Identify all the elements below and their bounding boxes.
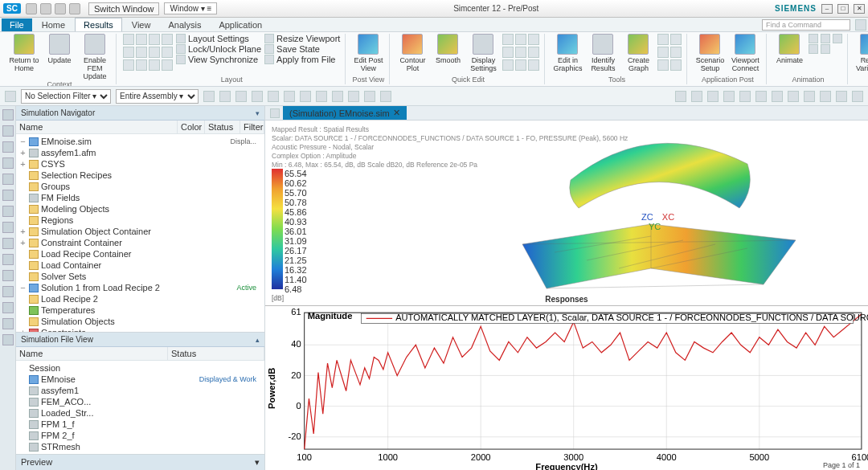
close-button[interactable]: ✕ <box>854 4 865 14</box>
rail-icon[interactable] <box>2 174 14 185</box>
tree-node[interactable]: Simulation Objects <box>16 316 264 327</box>
home-icon[interactable] <box>270 108 280 118</box>
qat-icon[interactable] <box>55 3 66 14</box>
file-node[interactable]: assyfem1 <box>16 385 264 396</box>
tree-node[interactable]: Regions <box>16 215 264 226</box>
rail-icon[interactable] <box>2 141 14 153</box>
assembly-dropdown[interactable]: Entire Assembly ▾ <box>116 89 199 104</box>
file-node[interactable]: FPM 2_f <box>16 430 264 441</box>
preview-bar[interactable]: Preview▾ <box>16 454 264 470</box>
tab-results[interactable]: Results <box>75 18 122 31</box>
tree-node[interactable]: Groups <box>16 181 264 192</box>
tree-node[interactable]: +Constraint Container <box>16 237 264 248</box>
file-node[interactable]: STRmesh <box>16 441 264 452</box>
rail-icon[interactable] <box>2 125 14 137</box>
rail-icon[interactable] <box>2 286 14 297</box>
lock-plane-button[interactable]: Lock/Unlock Plane <box>176 44 261 54</box>
tree-node[interactable]: +CSYS <box>16 158 264 170</box>
tree-node[interactable]: FM Fields <box>16 192 264 203</box>
file-node[interactable]: FPM 1_f <box>16 419 264 430</box>
svg-text:Power,dB: Power,dB <box>267 368 276 409</box>
menu-icon[interactable] <box>5 91 16 102</box>
return-home-button[interactable]: Return to Home <box>8 34 40 72</box>
ribbon: Return to Home Update Enable FEM Update … <box>0 32 868 87</box>
qat-icon[interactable] <box>26 3 37 14</box>
rail-icon[interactable] <box>2 302 14 313</box>
tree-node[interactable]: Selection Recipes <box>16 170 264 181</box>
command-search[interactable]: Find a Command <box>762 19 850 31</box>
selection-filter-dropdown[interactable]: No Selection Filter ▾ <box>21 89 111 104</box>
rail-icon[interactable] <box>2 334 14 345</box>
content-area: (Simulation) EMnoise.sim✕ Mapped Result … <box>265 106 868 470</box>
svg-text:AUTOMATICALLY MATCHED LAYER(1): AUTOMATICALLY MATCHED LAYER(1), Scalar, … <box>395 313 868 322</box>
app-title: Simcenter 12 - Pre/Post <box>217 4 775 13</box>
svg-text:1000: 1000 <box>378 452 398 462</box>
file-node[interactable]: EMnoiseDisplayed & Work <box>16 374 264 385</box>
search-icon[interactable] <box>855 19 866 31</box>
contour-plot-button[interactable]: Contour Plot <box>396 34 428 72</box>
page-indicator: Page 1 of 1 <box>823 461 860 469</box>
view-sync-button[interactable]: View Synchronize <box>176 55 261 64</box>
edit-graphics-button[interactable]: Edit in Graphics <box>551 34 583 72</box>
rail-icon[interactable] <box>2 109 14 121</box>
tab-home[interactable]: Home <box>34 18 73 31</box>
tree-root[interactable]: −EMnoise.simDispla... <box>16 136 264 147</box>
switch-window-button[interactable]: Switch Window <box>88 2 160 15</box>
edit-post-view-button[interactable]: Edit Post View <box>352 34 384 72</box>
rail-icon[interactable] <box>2 206 14 217</box>
tab-file[interactable]: File <box>2 18 32 31</box>
tab-application[interactable]: Application <box>211 18 270 31</box>
maximize-button[interactable]: □ <box>837 4 849 14</box>
layout-grid[interactable] <box>123 34 173 71</box>
qat-icon[interactable] <box>69 3 80 14</box>
nav-header: Name Color Status Filter <box>16 121 264 134</box>
file-view-titlebar[interactable]: Simulation File View▴ <box>16 333 264 347</box>
rail-icon[interactable] <box>2 190 14 201</box>
viewport-connect-button[interactable]: Viewport Connect <box>729 34 761 72</box>
scenario-setup-button[interactable]: Scenario Setup <box>694 34 726 72</box>
tab-view[interactable]: View <box>124 18 159 31</box>
tree-node[interactable]: Modeling Objects <box>16 203 264 215</box>
tree-node[interactable]: Load Container <box>16 260 264 271</box>
tree-node[interactable]: −Solution 1 from Load Recipe 2Active <box>16 282 264 293</box>
tree-node[interactable]: +assyfem1.afm <box>16 147 264 158</box>
rail-icon[interactable] <box>2 238 14 249</box>
sim-navigator-titlebar[interactable]: Simulation Navigator▾ <box>16 106 264 121</box>
qat-icon[interactable] <box>40 3 51 14</box>
tree-node[interactable]: Temperatures <box>16 304 264 316</box>
tab-analysis[interactable]: Analysis <box>160 18 209 31</box>
save-state-button[interactable]: Save State <box>264 44 340 54</box>
rail-icon[interactable] <box>2 222 14 233</box>
minimize-button[interactable]: – <box>821 4 833 14</box>
close-tab-icon: ✕ <box>393 108 400 118</box>
color-legend: 65.5460.6255.7050.7845.8640.9336.0131.09… <box>272 169 307 289</box>
layout-settings-button[interactable]: Layout Settings <box>176 34 261 43</box>
tree-node[interactable]: Load Recipe 2 <box>16 293 264 304</box>
tree-node[interactable]: Solver Sets <box>16 271 264 282</box>
document-tab[interactable]: (Simulation) EMnoise.sim✕ <box>283 106 407 120</box>
window-dropdown[interactable]: Window ▾ ≡ <box>164 2 217 14</box>
tree-node[interactable]: +Simulation Object Container <box>16 226 264 237</box>
brand-logo: SIEMENS <box>775 4 817 13</box>
file-node[interactable]: FEM_ACO... <box>16 396 264 407</box>
rail-icon[interactable] <box>2 270 14 281</box>
svg-text:4000: 4000 <box>657 452 677 462</box>
smooth-button[interactable]: Smooth <box>432 34 464 64</box>
quickedit-grid[interactable] <box>502 34 539 71</box>
create-graph-button[interactable]: Create Graph <box>622 34 654 72</box>
rail-icon[interactable] <box>2 254 14 265</box>
identify-results-button[interactable]: Identify Results <box>587 34 619 72</box>
tree-node[interactable]: Load Recipe Container <box>16 248 264 260</box>
animate-button[interactable]: Animate <box>773 34 805 64</box>
resize-viewport-button[interactable]: Resize Viewport <box>264 34 340 43</box>
result-viewport[interactable]: Mapped Result : Spatial ResultsScalar: D… <box>265 121 868 305</box>
simulation-tree[interactable]: −EMnoise.simDispla... +assyfem1.afm+CSYS… <box>16 134 264 332</box>
xy-chart[interactable]: -200204061100100020003000400050006100Mag… <box>265 305 868 470</box>
result-variables-button[interactable]: Result Variables <box>854 34 868 72</box>
apply-file-button[interactable]: Apply from File <box>264 55 340 64</box>
document-tabs: (Simulation) EMnoise.sim✕ <box>265 106 868 121</box>
file-tree[interactable]: Session EMnoiseDisplayed & Workassyfem1F… <box>16 361 264 454</box>
rail-icon[interactable] <box>2 318 14 329</box>
rail-icon[interactable] <box>2 157 14 169</box>
file-node[interactable]: Loaded_Str... <box>16 407 264 419</box>
